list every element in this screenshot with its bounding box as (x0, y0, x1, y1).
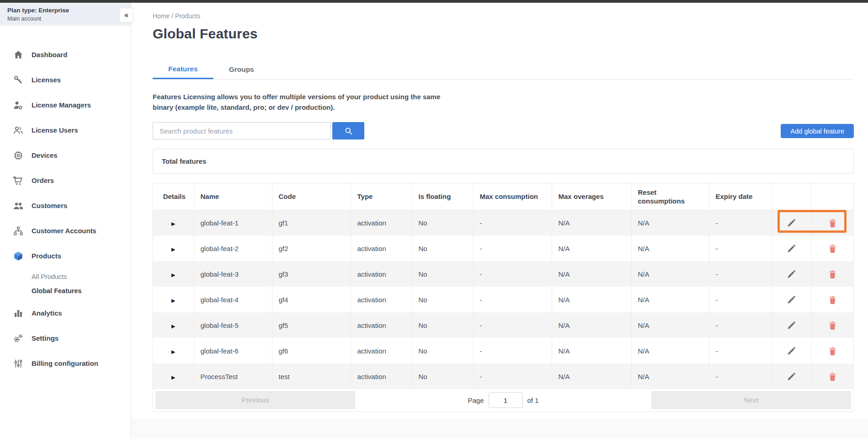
type-cell: activation (351, 236, 412, 261)
main-content: Home / Products Global Features Features… (132, 3, 868, 439)
type-cell: activation (351, 210, 412, 236)
delete-feature-button[interactable] (823, 367, 841, 385)
column-header-code: Code (272, 183, 351, 210)
code-cell: test (272, 364, 351, 389)
gears-icon (13, 333, 24, 344)
details-cell[interactable]: ▶ (153, 261, 194, 287)
edit-pencil-icon (787, 346, 796, 356)
details-cell[interactable]: ▶ (153, 338, 194, 364)
code-cell: gf1 (272, 210, 351, 236)
details-cell[interactable]: ▶ (153, 287, 194, 312)
delete-feature-button[interactable] (823, 214, 841, 232)
edit-feature-button[interactable] (783, 239, 801, 257)
column-header-actions (772, 183, 811, 210)
delete-feature-button[interactable] (823, 265, 841, 283)
max-overages-cell: N/A (552, 338, 631, 364)
column-header-is-floating: Is floating (412, 183, 473, 210)
delete-trash-icon (828, 244, 837, 253)
sidebar-item-dashboard[interactable]: Dashboard (0, 42, 131, 67)
type-cell: activation (351, 364, 412, 389)
sidebar-subitem-all-products[interactable]: All Products (0, 269, 131, 284)
sidebar-item-label: Billing configuration (32, 359, 98, 367)
sidebar-item-customer-accounts[interactable]: Customer Accounts (0, 218, 131, 243)
sidebar-item-customers[interactable]: Customers (0, 193, 131, 218)
search-button[interactable] (332, 122, 364, 139)
delete-feature-button[interactable] (823, 290, 841, 309)
sidebar-item-label: Customers (32, 202, 67, 209)
delete-cell (811, 312, 853, 338)
type-cell: activation (351, 287, 412, 312)
sidebar-item-label: Customer Accounts (32, 227, 96, 235)
max-overages-cell: N/A (552, 312, 631, 338)
edit-pencil-icon (787, 269, 796, 279)
column-header-reset-consumptions: Reset consumptions (631, 183, 709, 210)
code-cell: gf3 (272, 261, 351, 287)
sidebar-submenu-products: All ProductsGlobal Features (0, 268, 131, 300)
sidebar-item-label: Products (32, 252, 61, 260)
reset-consumptions-cell: N/A (631, 338, 709, 364)
sidebar-item-label: Settings (32, 334, 59, 342)
sidebar-item-products[interactable]: Products (0, 243, 131, 268)
sidebar-item-licenses[interactable]: Licenses (0, 67, 131, 92)
edit-feature-button[interactable] (783, 367, 801, 385)
sidebar-item-orders[interactable]: Orders (0, 168, 131, 193)
expand-row-icon[interactable]: ▶ (171, 349, 175, 355)
sidebar-item-settings[interactable]: Settings (0, 326, 131, 351)
edit-feature-button[interactable] (783, 316, 801, 334)
expand-row-icon[interactable]: ▶ (171, 272, 175, 278)
max-consumption-cell: - (473, 210, 552, 236)
sidebar-item-license-managers[interactable]: License Managers (0, 92, 131, 118)
name-cell: ProcessTest (194, 364, 272, 389)
edit-feature-button[interactable] (783, 214, 801, 232)
edit-cell (772, 210, 811, 236)
sidebar-item-devices[interactable]: Devices (0, 143, 131, 168)
page-footer-band (132, 418, 868, 439)
sidebar-item-billing-configuration[interactable]: Billing configuration (0, 351, 131, 376)
column-header-actions (811, 183, 853, 210)
column-header-name: Name (194, 183, 272, 210)
tab-groups[interactable]: Groups (213, 60, 270, 79)
expand-row-icon[interactable]: ▶ (171, 246, 175, 252)
expand-row-icon[interactable]: ▶ (171, 323, 175, 329)
edit-cell (772, 338, 811, 364)
sidebar-subitem-global-features[interactable]: Global Features (0, 284, 131, 298)
delete-feature-button[interactable] (823, 316, 841, 334)
tab-features[interactable]: Features (153, 60, 213, 79)
collapse-chevrons-icon: « (124, 11, 128, 19)
license-users-icon (13, 125, 24, 136)
details-cell[interactable]: ▶ (153, 236, 194, 261)
table-row: ▶global-feat-4gf4activationNo-N/AN/A- (153, 287, 853, 312)
name-cell: global-feat-4 (194, 287, 272, 312)
delete-feature-button[interactable] (823, 239, 841, 257)
expand-row-icon[interactable]: ▶ (171, 221, 175, 227)
expand-row-icon[interactable]: ▶ (171, 375, 175, 380)
sidebar-item-analytics[interactable]: Analytics (0, 300, 131, 326)
search-input[interactable] (153, 122, 331, 139)
sidebar-item-license-users[interactable]: License Users (0, 118, 131, 143)
breadcrumb[interactable]: Home / Products (153, 12, 854, 20)
sliders-icon (13, 358, 24, 369)
table-row: ▶global-feat-1gf1activationNo-N/AN/A- (153, 210, 853, 236)
edit-feature-button[interactable] (783, 290, 801, 309)
expiry-date-cell: - (709, 338, 772, 364)
details-cell[interactable]: ▶ (153, 312, 194, 338)
page-number-input[interactable] (489, 392, 523, 408)
add-global-feature-button[interactable]: Add global feature (781, 124, 854, 138)
table-row: ▶ProcessTesttestactivationNo-N/AN/A- (153, 364, 853, 389)
sidebar-collapse-button[interactable]: « (119, 8, 133, 22)
max-overages-cell: N/A (552, 364, 631, 389)
hierarchy-icon (13, 225, 24, 236)
table-row: ▶global-feat-5gf5activationNo-N/AN/A- (153, 312, 853, 338)
details-cell[interactable]: ▶ (153, 210, 194, 236)
edit-feature-button[interactable] (783, 342, 801, 360)
code-cell: gf6 (272, 338, 351, 364)
is-floating-cell: No (412, 261, 473, 287)
details-cell[interactable]: ▶ (153, 364, 194, 389)
delete-feature-button[interactable] (823, 342, 841, 360)
intro-text: Features Licensing allows you to offer m… (153, 91, 854, 112)
edit-feature-button[interactable] (783, 265, 801, 283)
account-name-label: Main account (7, 15, 131, 23)
expand-row-icon[interactable]: ▶ (171, 298, 175, 304)
max-overages-cell: N/A (552, 236, 631, 261)
is-floating-cell: No (412, 312, 473, 338)
